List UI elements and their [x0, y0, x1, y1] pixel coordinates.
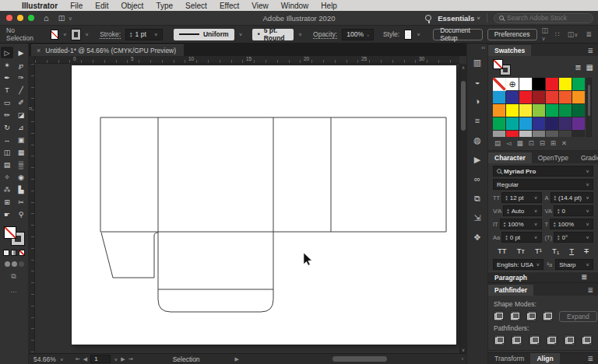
- fill-none-swatch[interactable]: [4, 226, 16, 239]
- document-tab[interactable]: × Untitled-1* @ 54.66% (CMYK/GPU Preview…: [31, 44, 184, 56]
- menu-item-view[interactable]: View: [252, 2, 269, 10]
- character-right-field-1[interactable]: ▴▾0∨: [554, 205, 593, 216]
- close-tab-icon[interactable]: ×: [37, 47, 40, 54]
- character-left-field-0[interactable]: ▴▾12 pt∨: [501, 192, 541, 203]
- swatch-color[interactable]: [533, 104, 545, 117]
- chevron-down-icon[interactable]: ∨: [533, 208, 537, 213]
- ruler-corner[interactable]: [29, 56, 35, 64]
- grid-view-icon[interactable]: ▦: [586, 63, 593, 72]
- stepper-icon[interactable]: ▴▾: [507, 208, 509, 214]
- tab-transform[interactable]: Transform: [488, 353, 530, 364]
- font-family-field[interactable]: Myriad Pro ∨: [493, 166, 593, 177]
- free-transform-tool[interactable]: ▣: [15, 134, 27, 145]
- toolbar-overflow-icon[interactable]: …: [0, 286, 28, 294]
- pathfinder-minus-back-button[interactable]: [582, 334, 593, 346]
- paragraph-menu-icon[interactable]: ≣: [576, 273, 592, 282]
- zoom-tool[interactable]: ⚲: [15, 208, 27, 220]
- swatch-color[interactable]: [506, 104, 519, 117]
- opacity-field[interactable]: 100% ›: [342, 29, 374, 40]
- links-panel-icon[interactable]: ∞: [470, 171, 485, 187]
- menu-item-illustrator[interactable]: Illustrator: [22, 2, 58, 10]
- swatch-color[interactable]: [519, 117, 532, 130]
- swatch-color[interactable]: [546, 104, 558, 117]
- artboard-chevron-icon[interactable]: ∨: [114, 356, 118, 361]
- magic-wand-tool[interactable]: ✶: [1, 59, 13, 71]
- arrange-windows-icon[interactable]: ◫∨: [568, 30, 579, 38]
- draw-behind-icon[interactable]: [12, 261, 17, 267]
- width-chevron-icon[interactable]: ∨: [239, 32, 243, 37]
- eraser-tool[interactable]: ◪: [15, 109, 27, 121]
- stepper-icon[interactable]: ▴▾: [554, 221, 556, 227]
- scale-tool[interactable]: ⊿: [15, 121, 27, 133]
- libraries-panel-icon[interactable]: ▥: [470, 54, 485, 70]
- swatch-color[interactable]: [559, 91, 572, 103]
- color-panel-icon[interactable]: ◒: [470, 74, 485, 89]
- scroll-right-icon[interactable]: ›: [462, 356, 463, 362]
- shape-mode-intersect-button[interactable]: [526, 310, 536, 322]
- fill-color-swatch[interactable]: [51, 30, 58, 40]
- mesh-tool[interactable]: ▤: [1, 159, 13, 170]
- swatch-color[interactable]: [559, 104, 572, 117]
- selection-tool[interactable]: ▷: [1, 47, 13, 58]
- variable-width-dropdown[interactable]: Uniform: [174, 29, 234, 40]
- stroke-weight-field[interactable]: ▴▾ 1 pt ∨: [125, 29, 163, 40]
- column-graph-tool[interactable]: ▙: [15, 184, 27, 195]
- stroke-chevron-icon[interactable]: ∨: [85, 32, 89, 37]
- chevron-down-icon[interactable]: ∨: [533, 195, 537, 200]
- swatch-color[interactable]: [519, 131, 532, 137]
- chevron-down-icon[interactable]: ∨: [533, 235, 537, 240]
- stock-search-box[interactable]: [494, 13, 593, 23]
- swatch-color[interactable]: [572, 131, 585, 137]
- swatch-color[interactable]: [559, 78, 572, 90]
- small-caps-button[interactable]: Tᴛ: [517, 247, 525, 255]
- swatch-color[interactable]: [533, 117, 545, 130]
- control-menu-icon[interactable]: ≣: [586, 30, 592, 38]
- dieline-glue-flap[interactable]: [101, 233, 158, 278]
- menu-item-file[interactable]: File: [70, 2, 83, 10]
- horizontal-scrollbar[interactable]: [274, 355, 458, 362]
- first-artboard-icon[interactable]: ⇤: [76, 356, 80, 362]
- stepper-icon[interactable]: ▴▾: [558, 208, 560, 214]
- search-input[interactable]: [507, 14, 588, 22]
- shape-mode-minus-front-button[interactable]: [510, 310, 520, 322]
- swatch-color[interactable]: [572, 78, 585, 90]
- list-view-icon[interactable]: ≣: [575, 63, 581, 72]
- gradient-mode-button[interactable]: [11, 250, 17, 256]
- delete-swatch-icon[interactable]: ✕: [561, 139, 567, 147]
- swatch-color[interactable]: [493, 91, 505, 103]
- stroke-panel-icon[interactable]: ≡: [470, 113, 485, 128]
- swatch-libraries-icon[interactable]: ▤: [494, 139, 501, 147]
- fill-stroke-indicator[interactable]: [4, 226, 24, 245]
- swatch-color[interactable]: [559, 117, 572, 130]
- swatch-color[interactable]: [533, 131, 545, 137]
- stroke-color-swatch[interactable]: [72, 30, 80, 40]
- tab-align[interactable]: Align: [530, 353, 559, 364]
- swatch-folder-icon[interactable]: ⊟: [540, 139, 545, 147]
- bottom-tabs-menu-icon[interactable]: ≣: [582, 355, 598, 364]
- swatch-color[interactable]: [572, 104, 585, 117]
- actions-panel-icon[interactable]: ▶: [470, 152, 485, 167]
- character-right-field-0[interactable]: ▴▾(14.4 pt)∨: [551, 192, 593, 203]
- character-left-field-3[interactable]: ▴▾0 pt∨: [501, 232, 541, 243]
- character-right-field-3[interactable]: ▴▾0°∨: [554, 232, 593, 243]
- brush-chevron-icon[interactable]: ∨: [298, 32, 302, 37]
- pathfinder-divide-button[interactable]: [494, 334, 505, 346]
- pathfinder-merge-button[interactable]: [529, 334, 540, 346]
- swatch-color[interactable]: [559, 131, 572, 137]
- paragraph-panel-header[interactable]: Paragraph ≣: [488, 271, 598, 283]
- swatch-registration[interactable]: ⊕: [506, 78, 519, 90]
- expand-button[interactable]: Expand: [559, 311, 597, 322]
- menu-item-effect[interactable]: Effect: [220, 2, 239, 10]
- horizontal-ruler[interactable]: 051015202530: [35, 56, 459, 64]
- asset-export-panel-icon[interactable]: ⇲: [470, 210, 485, 226]
- layers-panel-icon[interactable]: ❖: [470, 229, 485, 245]
- tab-paragraph[interactable]: Paragraph: [494, 274, 527, 282]
- expand-panels-icon[interactable]: ‹‹: [481, 45, 485, 51]
- color-mode-button[interactable]: [3, 250, 9, 256]
- swatch-color[interactable]: [493, 117, 505, 130]
- superscript-button[interactable]: T¹: [535, 247, 542, 255]
- stepper-icon[interactable]: ▴▾: [504, 221, 506, 227]
- symbol-sprayer-tool[interactable]: ⁂: [1, 184, 13, 195]
- tab-swatches[interactable]: Swatches: [488, 45, 531, 56]
- style-swatch[interactable]: [404, 30, 412, 40]
